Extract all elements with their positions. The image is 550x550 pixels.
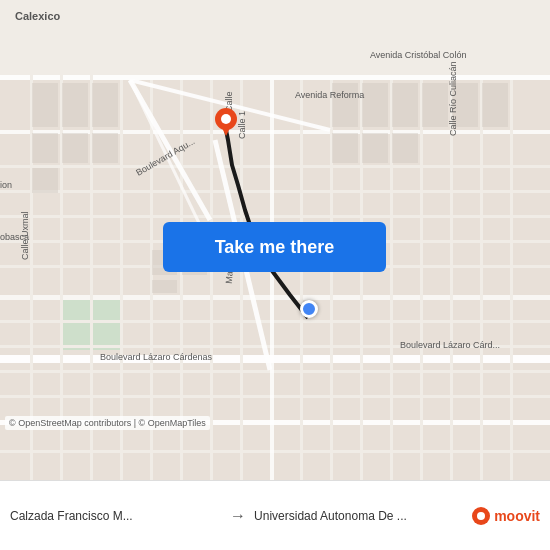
moovit-text: moovit: [494, 508, 540, 524]
map-container: Calexico Avenida Reforma Avenida Cristób…: [0, 0, 550, 480]
moovit-circle-inner: [477, 512, 485, 520]
svg-marker-73: [221, 126, 231, 136]
take-me-there-button[interactable]: Take me there: [163, 222, 386, 272]
current-location-dot: [300, 300, 318, 318]
destination-pin: [215, 108, 237, 138]
arrow-icon: →: [230, 507, 246, 525]
moovit-logo: moovit: [472, 507, 540, 525]
map-attribution: © OpenStreetMap contributors | © OpenMap…: [5, 416, 210, 430]
svg-point-72: [221, 114, 231, 124]
destination-label: Universidad Autonoma De ...: [254, 509, 466, 523]
bottom-bar: Calzada Francisco M... → Universidad Aut…: [0, 480, 550, 550]
origin-label: Calzada Francisco M...: [10, 509, 222, 523]
moovit-circle-icon: [472, 507, 490, 525]
